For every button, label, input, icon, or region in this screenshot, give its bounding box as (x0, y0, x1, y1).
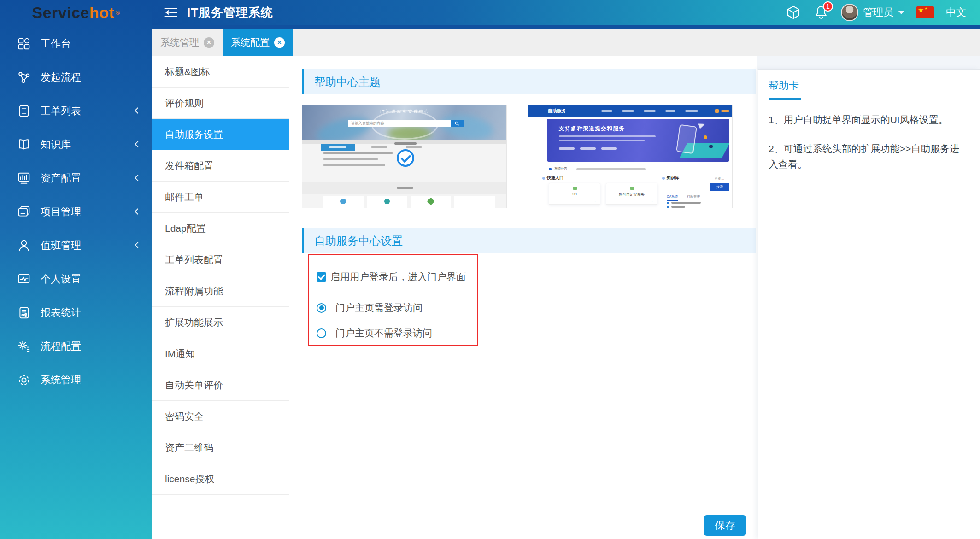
notification-badge: 1 (823, 1, 833, 12)
menu-item-license[interactable]: license授权 (152, 463, 289, 495)
menu-item-title-icon[interactable]: 标题&图标 (152, 56, 289, 88)
help-card-line1: 1、用户自助提单界面显示的UI风格设置。 (769, 112, 969, 128)
tab-label: 系统管理 (160, 36, 199, 49)
language-switch[interactable]: 中文 (946, 6, 966, 19)
chevron-left-icon (135, 208, 141, 215)
sidebar-nav: 工作台 发起流程 工单列表 知识库 资产配置 项目管理 (0, 27, 152, 397)
section-dot (542, 177, 545, 180)
sidebar-item-label: 发起流程 (41, 70, 81, 84)
theme1-bullet-bar (323, 158, 378, 160)
theme2-nav-bar (685, 110, 698, 112)
theme2-banner: 支持多种渠道提交和服务 (547, 119, 729, 162)
chevron-left-icon (135, 107, 141, 114)
help-card-title-row: 帮助卡 (769, 78, 969, 99)
china-flag-icon[interactable]: ★ ★ (916, 6, 934, 18)
sidebar-item-label: 个人设置 (41, 272, 81, 286)
close-icon[interactable]: × (204, 37, 214, 48)
menu-item-password-security[interactable]: 密码安全 (152, 401, 289, 432)
sidebar-item-report-stats[interactable]: 报表统计 (0, 296, 152, 329)
save-button[interactable]: 保存 (704, 515, 746, 536)
chevron-left-icon (135, 242, 141, 248)
theme2-nav-bar (665, 110, 675, 112)
logo-registered-mark: ® (115, 9, 120, 16)
theme2-quick-card: 您可自定义服务 → (606, 183, 657, 205)
menu-item-im-notify[interactable]: IM通知 (152, 338, 289, 369)
sidebar-item-label: 工作台 (41, 37, 71, 51)
ticket-list-icon (18, 105, 30, 117)
theme2-quick-entry-title: 快捷入口 (547, 175, 563, 181)
theme2-nav-bar (622, 110, 634, 112)
sidebar-item-ticket-list[interactable]: 工单列表 (0, 94, 152, 128)
settings-menu: 标题&图标 评价规则 自助服务设置 发件箱配置 邮件工单 Ldap配置 工单列表… (152, 56, 289, 539)
theme1-service-card (367, 196, 407, 208)
menu-item-rating-rules[interactable]: 评价规则 (152, 88, 289, 119)
tab-system-management[interactable]: 系统管理 × (152, 29, 223, 56)
menu-item-asset-qrcode[interactable]: 资产二维码 (152, 432, 289, 463)
theme1-service-card (411, 196, 451, 208)
sidebar-item-project-mgmt[interactable]: 项目管理 (0, 195, 152, 228)
search-icon (451, 120, 464, 127)
theme2-navbar: 自助服务 (528, 105, 733, 117)
menu-item-process-addons[interactable]: 流程附属功能 (152, 275, 289, 307)
sidebar-item-knowledge-base[interactable]: 知识库 (0, 128, 152, 161)
sidebar-item-label: 资产配置 (41, 171, 81, 185)
kb-list-dot (667, 202, 669, 204)
tab-system-config[interactable]: 系统配置 × (223, 29, 293, 56)
header-actions: 1 管理员 ★ ★ 中文 (786, 0, 966, 25)
menu-fold-icon[interactable] (164, 6, 179, 19)
banner-illustration-plane (698, 122, 706, 129)
radio-unselected[interactable] (317, 328, 326, 338)
menu-item-mail-ticket[interactable]: 邮件工单 (152, 182, 289, 213)
menu-item-ldap-config[interactable]: Ldap配置 (152, 213, 289, 244)
checkbox-checked[interactable] (317, 272, 326, 282)
user-menu[interactable]: 管理员 (841, 4, 904, 21)
radio-selected[interactable] (317, 303, 326, 313)
help-card-panel: 帮助卡 1、用户自助提单界面显示的UI风格设置。 2、可通过系统头部的扩展功能>… (758, 69, 980, 539)
theme2-kb-tab-admin: 行政管理 (687, 194, 700, 199)
sidebar-item-label: 项目管理 (41, 205, 81, 219)
theme2-quick-card: 111 → (549, 183, 600, 205)
theme2-kb-more: 更多… (715, 176, 724, 181)
menu-item-ticket-list-config[interactable]: 工单列表配置 (152, 244, 289, 275)
close-icon[interactable]: × (274, 37, 285, 48)
radio-label: 门户主页需登录访问 (335, 301, 423, 314)
theme1-tab-label-bar (371, 146, 387, 148)
sidebar-item-start-flow[interactable]: 发起流程 (0, 60, 152, 94)
service-card-icon (340, 199, 346, 204)
banner-desc-bar (559, 135, 656, 137)
layers-icon (18, 205, 30, 218)
theme1-title: IT运维服务支撑中心 (302, 109, 507, 115)
sidebar-item-label: 值班管理 (41, 239, 81, 252)
radio-label: 门户主页不需登录访问 (335, 327, 432, 340)
menu-item-outbox-config[interactable]: 发件箱配置 (152, 150, 289, 182)
sidebar-item-workbench[interactable]: 工作台 (0, 27, 152, 60)
card-icon (573, 187, 577, 190)
sidebar-item-label: 系统管理 (41, 373, 81, 387)
sidebar-item-personal-settings[interactable]: 个人设置 (0, 262, 152, 296)
bar-chart-icon (18, 172, 30, 185)
sidebar-item-system-mgmt[interactable]: 系统管理 (0, 363, 152, 397)
menu-item-auto-close-rating[interactable]: 自动关单评价 (152, 369, 289, 401)
panel-top-gap (757, 56, 980, 70)
theme-thumbnail-classic[interactable]: IT运维服务支撑中心 请输入要搜索的内容 (302, 105, 507, 208)
sidebar-item-asset-config[interactable]: 资产配置 (0, 161, 152, 195)
theme2-announce-label: 系统公告 (554, 166, 567, 171)
chevron-left-icon (135, 141, 141, 147)
theme-thumbnail-portal[interactable]: 自助服务 支持多种渠道提交和服务 系统公告 快捷入口 (528, 105, 733, 208)
menu-item-self-service-settings[interactable]: 自助服务设置 (152, 119, 289, 150)
user-avatar[interactable] (841, 4, 858, 21)
menu-item-extension-display[interactable]: 扩展功能展示 (152, 307, 289, 338)
sidebar-item-process-config[interactable]: 流程配置 (0, 329, 152, 363)
theme1-service-card (454, 196, 495, 208)
theme1-check-label-bar (394, 142, 417, 145)
banner-illustration-person (709, 145, 713, 148)
sidebar-item-duty-mgmt[interactable]: 值班管理 (0, 228, 152, 262)
notification-bell-icon[interactable]: 1 (813, 5, 829, 20)
theme2-kb-search-input (667, 183, 709, 191)
logo-text-service: Service (32, 4, 90, 22)
card-label: 您可自定义服务 (606, 192, 657, 197)
chevron-left-icon (135, 175, 141, 181)
grid-icon (18, 37, 30, 50)
extensions-cube-icon[interactable] (786, 5, 801, 20)
book-icon (18, 138, 30, 151)
